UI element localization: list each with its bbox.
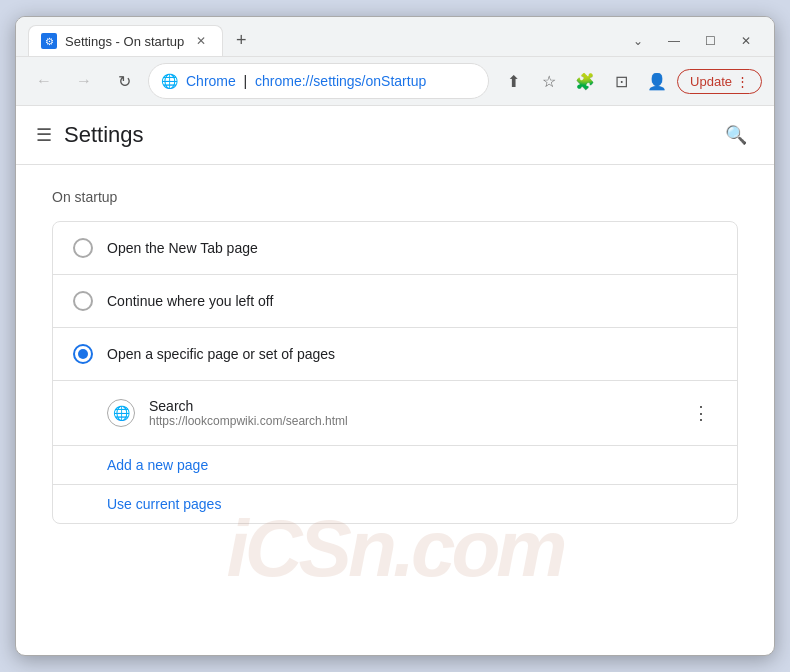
radio-continue[interactable] [73, 291, 93, 311]
update-button[interactable]: Update ⋮ [677, 69, 762, 94]
active-tab[interactable]: ⚙ Settings - On startup ✕ [28, 25, 223, 56]
site-globe-icon: 🌐 [107, 399, 135, 427]
tab-close-button[interactable]: ✕ [192, 32, 210, 50]
reload-button[interactable]: ↻ [108, 65, 140, 97]
address-bar[interactable]: 🌐 Chrome | chrome://settings/onStartup [148, 63, 489, 99]
nav-bar: ← → ↻ 🌐 Chrome | chrome://settings/onSta… [16, 57, 774, 106]
extensions-icon[interactable]: 🧩 [569, 65, 601, 97]
add-new-page-button[interactable]: Add a new page [107, 457, 208, 473]
option-label-continue: Continue where you left off [107, 293, 717, 309]
section-title: On startup [52, 189, 738, 205]
radio-specific[interactable] [73, 344, 93, 364]
option-row-continue[interactable]: Continue where you left off [53, 275, 737, 328]
minimize-button[interactable]: — [658, 29, 690, 53]
lock-icon: 🌐 [161, 73, 178, 89]
new-tab-button[interactable]: + [227, 27, 255, 55]
profile-icon[interactable]: 👤 [641, 65, 673, 97]
option-row-new-tab[interactable]: Open the New Tab page [53, 222, 737, 275]
site-name: Search [149, 398, 671, 414]
share-icon[interactable]: ⬆ [497, 65, 529, 97]
add-new-page-row: Add a new page [53, 446, 737, 485]
tab-favicon: ⚙ [41, 33, 57, 49]
option-row-specific[interactable]: Open a specific page or set of pages [53, 328, 737, 381]
startup-pages-list: 🌐 Search https://lookcompwiki.com/search… [53, 381, 737, 446]
site-info: Search https://lookcompwiki.com/search.h… [149, 398, 671, 428]
browser-window: ⚙ Settings - On startup ✕ + ⌄ — ☐ ✕ [15, 16, 775, 656]
settings-search-button[interactable]: 🔍 [718, 117, 754, 153]
close-button[interactable]: ✕ [730, 29, 762, 53]
page-title: Settings [64, 122, 144, 148]
site-url: https://lookcompwiki.com/search.html [149, 414, 671, 428]
settings-body: On startup Open the New Tab page Continu… [16, 165, 774, 548]
tab-search-icon[interactable]: ⊡ [605, 65, 637, 97]
forward-button[interactable]: → [68, 65, 100, 97]
search-icon: 🔍 [725, 124, 747, 146]
page-content: ☰ Settings 🔍 On startup Open the New Tab… [16, 106, 774, 548]
tab-title: Settings - On startup [65, 34, 184, 49]
chevron-down-icon[interactable]: ⌄ [622, 29, 654, 53]
option-label-specific: Open a specific page or set of pages [107, 346, 717, 362]
hamburger-menu-icon[interactable]: ☰ [36, 124, 52, 146]
bookmark-icon[interactable]: ☆ [533, 65, 565, 97]
nav-icons: ⬆ ☆ 🧩 ⊡ 👤 Update ⋮ [497, 65, 762, 97]
address-text: Chrome | chrome://settings/onStartup [186, 73, 476, 89]
back-button[interactable]: ← [28, 65, 60, 97]
tab-area: ⚙ Settings - On startup ✕ + [28, 25, 614, 56]
settings-container: ☰ Settings 🔍 On startup Open the New Tab… [16, 106, 774, 548]
update-chevron-icon: ⋮ [736, 74, 749, 89]
startup-options-card: Open the New Tab page Continue where you… [52, 221, 738, 524]
use-current-pages-row: Use current pages [53, 485, 737, 523]
startup-page-item: 🌐 Search https://lookcompwiki.com/search… [107, 389, 717, 437]
radio-new-tab[interactable] [73, 238, 93, 258]
title-bar: ⚙ Settings - On startup ✕ + ⌄ — ☐ ✕ [16, 17, 774, 57]
option-label-new-tab: Open the New Tab page [107, 240, 717, 256]
page-wrapper: ☰ Settings 🔍 On startup Open the New Tab… [16, 106, 774, 655]
use-current-pages-button[interactable]: Use current pages [107, 496, 221, 512]
window-controls: ⌄ — ☐ ✕ [622, 29, 762, 53]
maximize-button[interactable]: ☐ [694, 29, 726, 53]
settings-header: ☰ Settings 🔍 [16, 106, 774, 165]
more-options-button[interactable]: ⋮ [685, 397, 717, 429]
